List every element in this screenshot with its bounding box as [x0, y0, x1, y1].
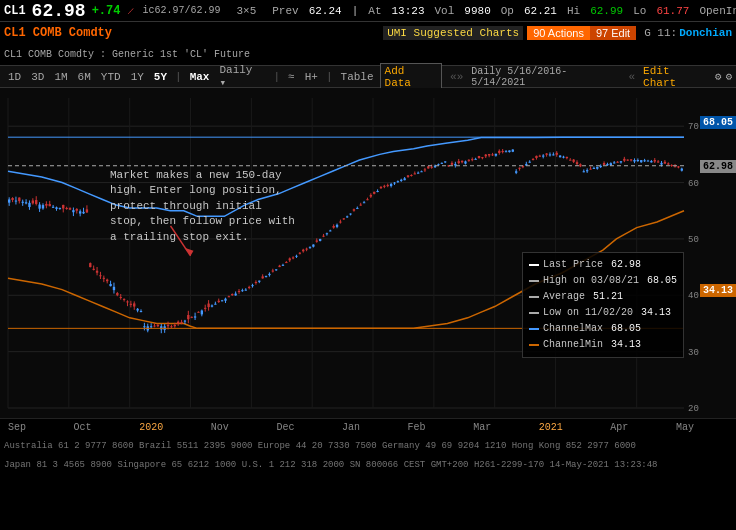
- toolbar-right: Add Data «» Daily 5/16/2016-5/14/2021 « …: [380, 63, 732, 91]
- legend-high: High on 03/08/21 68.05: [529, 273, 677, 289]
- channel-max-dot: [529, 328, 539, 330]
- more-settings-icon[interactable]: ⚙: [725, 70, 732, 83]
- x-label-2021: 2021: [539, 422, 563, 433]
- x-label-mar: Mar: [473, 422, 491, 433]
- vol-label: Vol: [435, 5, 455, 17]
- sparkline-icon: ⟋: [126, 5, 136, 17]
- op-label: Op: [501, 5, 514, 17]
- at-label: At: [368, 5, 381, 17]
- instrument-name: CL1 COMB Comdty: [4, 26, 112, 40]
- x-label-sep: Sep: [8, 422, 26, 433]
- bottom-left-text: Australia 61 2 9777 8600 Brazil 5511 239…: [4, 441, 636, 451]
- date-range: Daily 5/16/2016-5/14/2021: [471, 66, 620, 88]
- x-label-feb: Feb: [408, 422, 426, 433]
- legend-low: Low on 11/02/20 34.13: [529, 305, 677, 321]
- legend-high-value: 68.05: [647, 273, 677, 289]
- edit-chart-button[interactable]: Edit Chart: [643, 65, 709, 89]
- overlay-icon[interactable]: H+: [301, 70, 322, 84]
- x-label-nov: Nov: [211, 422, 229, 433]
- low-dot: [529, 312, 539, 314]
- legend-channel-min-label: ChannelMin: [543, 337, 603, 353]
- ticker-size: 3×5: [236, 5, 256, 17]
- legend-low-value: 34.13: [641, 305, 671, 321]
- legend-last-price-value: 62.98: [611, 257, 641, 273]
- ticker-symbol: CL1: [4, 4, 26, 18]
- lo-value: 61.77: [656, 5, 689, 17]
- channel-min-price-box: 34.13: [700, 284, 736, 297]
- period-6m[interactable]: 6M: [74, 70, 95, 84]
- legend-low-label: Low on 11/02/20: [543, 305, 633, 321]
- g11-label: G 11:: [644, 27, 677, 39]
- legend-panel: Last Price 62.98 High on 03/08/21 68.05 …: [522, 252, 684, 358]
- legend-last-price-label: Last Price: [543, 257, 603, 273]
- legend-channel-min-value: 34.13: [611, 337, 641, 353]
- table-button[interactable]: Table: [337, 70, 378, 84]
- period-3d[interactable]: 3D: [27, 70, 48, 84]
- legend-high-label: High on 03/08/21: [543, 273, 639, 289]
- last-price-dot: [529, 264, 539, 266]
- legend-average-value: 51.21: [593, 289, 623, 305]
- prev-label: Prev: [272, 5, 298, 17]
- hi-value: 62.99: [590, 5, 623, 17]
- legend-average: Average 51.21: [529, 289, 677, 305]
- frequency-daily[interactable]: Daily ▾: [215, 63, 269, 90]
- bottom-bar: Australia 61 2 9777 8600 Brazil 5511 239…: [0, 436, 736, 456]
- bottom-bar-2: Japan 81 3 4565 8900 Singapore 65 6212 1…: [0, 456, 736, 474]
- op-value: 62.21: [524, 5, 557, 17]
- legend-average-label: Average: [543, 289, 585, 305]
- bottom-right-text: Japan 81 3 4565 8900 Singapore 65 6212 1…: [4, 460, 658, 470]
- time-value: 13:23: [392, 5, 425, 17]
- period-5y[interactable]: 5Y: [150, 70, 171, 84]
- add-data-button[interactable]: Add Data: [380, 63, 443, 91]
- x-label-dec: Dec: [276, 422, 294, 433]
- period-1d[interactable]: 1D: [4, 70, 25, 84]
- high-dot: [529, 280, 539, 282]
- x-label-apr: Apr: [610, 422, 628, 433]
- current-price-box: 62.98: [700, 160, 736, 173]
- legend-last-price: Last Price 62.98: [529, 257, 677, 273]
- ticker-price: 62.98: [32, 1, 86, 21]
- chart-symbol-path: CL1 COMB Comdty : Generic 1st 'CL' Futur…: [4, 49, 250, 60]
- settings-icon[interactable]: ⚙: [715, 70, 722, 83]
- period-max[interactable]: Max: [186, 70, 214, 84]
- actions-button[interactable]: 90 Actions: [527, 26, 590, 40]
- vol-value: 9980: [464, 5, 490, 17]
- x-label-2020: 2020: [139, 422, 163, 433]
- x-label-oct: Oct: [74, 422, 92, 433]
- legend-channel-max-value: 68.05: [611, 321, 641, 337]
- prev-value: 62.24: [309, 5, 342, 17]
- channel-max-price-box: 68.05: [700, 116, 736, 129]
- average-dot: [529, 296, 539, 298]
- lo-label: Lo: [633, 5, 646, 17]
- ticker-bar: CL1 62.98 +.74 ⟋ ic62.97/62.99 3×5 Prev …: [0, 0, 736, 22]
- x-label-jan: Jan: [342, 422, 360, 433]
- period-1m[interactable]: 1M: [50, 70, 71, 84]
- legend-channel-max: ChannelMax 68.05: [529, 321, 677, 337]
- legend-channel-min: ChannelMin 34.13: [529, 337, 677, 353]
- ticker-ic: ic62.97/62.99: [142, 5, 220, 16]
- hi-label: Hi: [567, 5, 580, 17]
- g11-value: Donchian: [679, 27, 732, 39]
- ticker-change: +.74: [92, 4, 121, 18]
- legend-channel-max-label: ChannelMax: [543, 321, 603, 337]
- x-label-may: May: [676, 422, 694, 433]
- channel-min-dot: [529, 344, 539, 346]
- period-1y[interactable]: 1Y: [127, 70, 148, 84]
- chart-type-icon[interactable]: ≈: [284, 70, 299, 84]
- chart-area: Market makes a new 150-day high. Enter l…: [0, 88, 736, 418]
- period-ytd[interactable]: YTD: [97, 70, 125, 84]
- suggested-charts-label: UMI Suggested Charts: [383, 26, 523, 40]
- ticker-details: Prev 62.24 | At 13:23 Vol 9980 Op 62.21 …: [272, 5, 736, 17]
- openint-label: OpenInt: [699, 5, 736, 17]
- edit-button[interactable]: 97 Edit: [590, 26, 636, 40]
